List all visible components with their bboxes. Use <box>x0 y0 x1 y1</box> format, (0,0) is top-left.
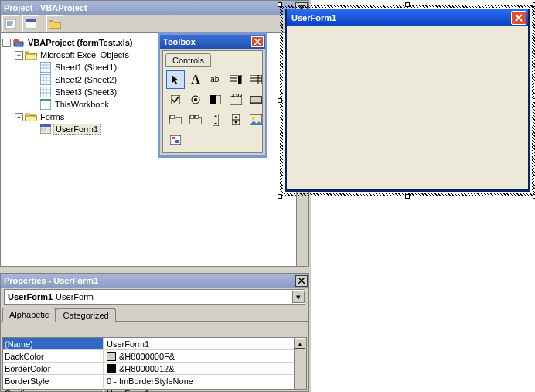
scrollbar-icon <box>213 114 219 126</box>
form-designer-surface[interactable]: UserForm1 <box>311 0 535 392</box>
svg-rect-6 <box>40 87 51 97</box>
tree-label: Microsoft Excel Objects <box>39 50 131 60</box>
toolbox-close-button[interactable] <box>251 36 264 47</box>
dropdown-button[interactable]: ▾ <box>292 291 305 303</box>
scroll-up-button[interactable]: ▴ <box>295 338 305 349</box>
svg-text:xvz: xvz <box>231 94 242 99</box>
toolbox-window[interactable]: Toolbox Controls A ab| xvz <box>158 32 268 158</box>
expander-icon[interactable]: − <box>15 51 23 60</box>
worksheet-icon <box>39 62 52 73</box>
tool-combobox[interactable] <box>227 70 245 89</box>
toolbox-title: Toolbox <box>163 37 196 46</box>
tool-optionbutton[interactable] <box>186 90 205 109</box>
prop-value[interactable]: 0 - fmBorderStyleNone <box>104 375 306 387</box>
property-row[interactable]: BackColor &H8000000F& <box>3 350 306 363</box>
chevron-down-icon: ▾ <box>296 292 301 302</box>
properties-close-button[interactable] <box>295 275 308 287</box>
properties-panel: Properties - UserForm1 UserForm1 UserFor… <box>0 273 309 392</box>
svg-rect-5 <box>40 74 51 85</box>
tool-togglebutton[interactable] <box>206 90 225 109</box>
multipage-icon <box>189 115 202 124</box>
tab-categorized[interactable]: Categorized <box>56 308 115 322</box>
tool-refedit[interactable] <box>166 131 185 149</box>
tool-select[interactable] <box>166 70 185 89</box>
resize-grip[interactable] <box>278 194 282 199</box>
vba-project-icon <box>12 37 25 48</box>
prop-value[interactable]: &H8000000F& <box>104 350 306 363</box>
property-row[interactable]: BorderStyle 0 - fmBorderStyleNone <box>3 375 306 387</box>
properties-scrollbar[interactable]: ▴ <box>294 338 306 389</box>
svg-rect-8 <box>40 99 51 101</box>
property-row[interactable]: (Name) UserForm1 <box>3 338 306 350</box>
close-icon <box>515 14 523 22</box>
toggle-icon <box>210 95 221 104</box>
tool-commandbutton[interactable] <box>247 90 265 109</box>
tree-label: UserForm1 <box>53 124 101 135</box>
svg-rect-34 <box>172 137 175 139</box>
view-object-button[interactable] <box>22 15 39 32</box>
close-icon <box>298 278 305 284</box>
prop-name: BorderStyle <box>3 375 104 387</box>
svg-rect-14 <box>250 75 262 84</box>
userform-title: UserForm1 <box>291 13 336 22</box>
folder-open-icon <box>25 50 37 60</box>
frame-icon: xvz <box>230 94 242 105</box>
svg-rect-15 <box>171 95 180 104</box>
resize-grip[interactable] <box>405 2 410 7</box>
property-row[interactable]: Caption UserForm1 <box>3 387 306 392</box>
tool-image[interactable] <box>247 111 265 129</box>
tool-scrollbar[interactable] <box>206 111 225 129</box>
userform-titlebar[interactable]: UserForm1 <box>287 9 528 26</box>
project-toolbar <box>1 15 308 33</box>
prop-name: Caption <box>3 387 104 392</box>
button-icon <box>250 96 262 104</box>
folder-icon <box>49 19 61 29</box>
object-selector[interactable]: UserForm1 UserForm ▾ <box>4 289 305 305</box>
tree-label: Forms <box>39 112 66 121</box>
userform-icon <box>39 124 52 134</box>
checkbox-icon <box>171 95 180 104</box>
tree-label: VBAProject (formTest.xls) <box>26 38 135 47</box>
resize-grip[interactable] <box>278 2 282 7</box>
prop-value[interactable]: &H80000012& <box>104 363 306 375</box>
userform-body[interactable] <box>287 26 528 189</box>
view-code-button[interactable] <box>2 15 19 32</box>
property-row[interactable]: BorderColor &H80000012& <box>3 363 306 375</box>
svg-rect-35 <box>175 140 179 143</box>
tool-textbox[interactable]: ab| <box>206 70 225 89</box>
toolbox-titlebar[interactable]: Toolbox <box>160 35 265 49</box>
prop-value[interactable]: UserForm1 <box>104 387 306 392</box>
svg-rect-13 <box>238 76 241 84</box>
tool-listbox[interactable] <box>247 70 265 89</box>
toggle-folders-button[interactable] <box>46 15 63 32</box>
prop-name: BorderColor <box>3 363 104 375</box>
workbook-icon <box>39 99 52 110</box>
prop-value[interactable]: UserForm1 <box>104 338 306 350</box>
svg-point-32 <box>252 117 255 120</box>
property-tabs: Alphabetic Categorized <box>1 306 308 322</box>
expander-icon[interactable]: − <box>2 39 11 47</box>
tool-label[interactable]: A <box>186 70 205 89</box>
tree-label: Sheet1 (Sheet1) <box>53 63 118 72</box>
textbox-icon: ab| <box>210 75 221 84</box>
svg-rect-25 <box>170 115 175 118</box>
toolbox-tab-controls[interactable]: Controls <box>165 53 211 67</box>
close-icon <box>254 39 261 45</box>
userform-window[interactable]: UserForm1 <box>285 9 530 192</box>
refedit-icon <box>170 135 181 145</box>
userform-close-button[interactable] <box>511 11 526 25</box>
tab-alphabetic[interactable]: Alphabetic <box>2 308 56 322</box>
tool-spinbutton[interactable] <box>227 111 245 129</box>
expander-icon[interactable]: − <box>15 113 23 121</box>
tool-frame[interactable]: xvz <box>227 90 245 109</box>
worksheet-icon <box>39 87 52 97</box>
tool-tabstrip[interactable] <box>166 111 185 129</box>
tool-checkbox[interactable] <box>166 90 185 109</box>
resize-grip[interactable] <box>405 194 410 199</box>
prop-name: BackColor <box>3 350 104 363</box>
resize-grip[interactable] <box>278 98 282 103</box>
svg-point-3 <box>14 39 19 43</box>
tool-multipage[interactable] <box>186 111 205 129</box>
folder-open-icon <box>25 112 37 121</box>
project-titlebar: Project - VBAProject <box>1 1 308 15</box>
